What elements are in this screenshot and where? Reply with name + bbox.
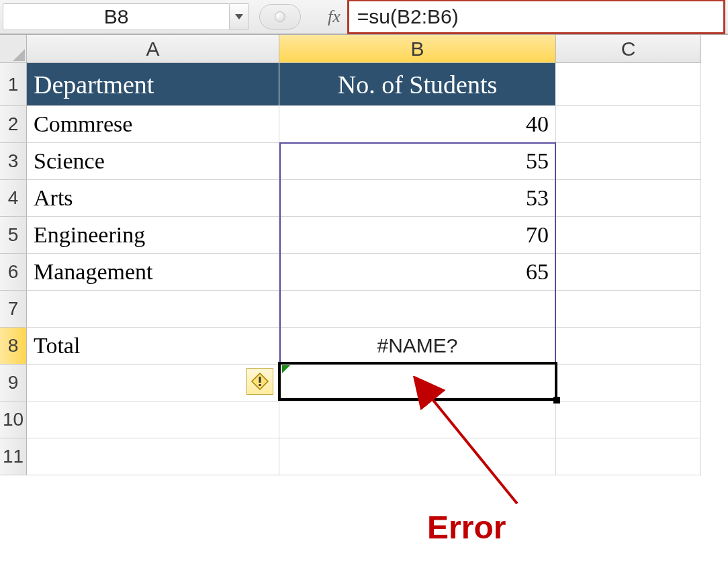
column-header-row: A B C [0, 35, 728, 63]
column-header-b[interactable]: B [279, 35, 556, 63]
cell-a2[interactable]: Commrese [27, 106, 279, 143]
cell-a9[interactable] [27, 365, 279, 401]
row-header-4[interactable]: 4 [0, 180, 27, 217]
cell-b10[interactable] [279, 401, 556, 438]
row-header-6[interactable]: 6 [0, 254, 27, 291]
cell-c3[interactable] [556, 143, 701, 180]
cell-c5[interactable] [556, 217, 701, 254]
insert-function-dot-icon [275, 11, 285, 22]
cell-a4[interactable]: Arts [27, 180, 279, 217]
cell-b1[interactable]: No. of Students [279, 63, 556, 106]
cell-b2[interactable]: 40 [279, 106, 556, 143]
cancel-enter-area [259, 4, 301, 30]
cell-b7[interactable] [279, 291, 556, 328]
table-row: 1 Department No. of Students [0, 63, 728, 106]
name-box[interactable]: B8 [3, 3, 230, 30]
column-header-c[interactable]: C [556, 35, 701, 63]
table-row: 2 Commrese 40 [0, 106, 728, 143]
cell-a1[interactable]: Department [27, 63, 279, 106]
cell-b5[interactable]: 70 [279, 217, 556, 254]
svg-rect-3 [259, 377, 261, 383]
cell-c11[interactable] [556, 438, 701, 475]
name-box-value: B8 [104, 5, 129, 28]
row-header-5[interactable]: 5 [0, 217, 27, 254]
cell-c7[interactable] [556, 291, 701, 328]
row-header-10[interactable]: 10 [0, 401, 27, 438]
annotation-label: Error [427, 509, 506, 546]
svg-marker-1 [13, 49, 25, 61]
table-row: 8 Total #NAME? [0, 328, 728, 365]
warning-icon [251, 373, 269, 390]
svg-rect-4 [259, 384, 261, 386]
name-box-dropdown[interactable] [230, 3, 248, 30]
cell-b3[interactable]: 55 [279, 143, 556, 180]
row-header-3[interactable]: 3 [0, 143, 27, 180]
fx-icon[interactable]: fx [328, 7, 340, 27]
error-triangle-icon [282, 365, 290, 373]
cell-b4[interactable]: 53 [279, 180, 556, 217]
row-header-1[interactable]: 1 [0, 63, 27, 106]
cell-c6[interactable] [556, 254, 701, 291]
cell-a10[interactable] [27, 401, 279, 438]
cell-b8[interactable]: #NAME? [279, 328, 556, 365]
cell-a7[interactable] [27, 291, 279, 328]
cell-a3[interactable]: Science [27, 143, 279, 180]
select-all-corner[interactable] [0, 35, 27, 63]
cell-b8-value: #NAME? [377, 334, 457, 357]
row-header-8[interactable]: 8 [0, 328, 27, 365]
column-header-a[interactable]: A [27, 35, 279, 63]
table-row: 6 Management 65 [0, 254, 728, 291]
cell-a11[interactable] [27, 438, 279, 475]
row-header-11[interactable]: 11 [0, 438, 27, 475]
formula-bar: B8 fx =su(B2:B6) [0, 0, 728, 35]
cell-c10[interactable] [556, 401, 701, 438]
cell-a6[interactable]: Management [27, 254, 279, 291]
cell-b9[interactable] [279, 365, 556, 401]
table-row: 4 Arts 53 [0, 180, 728, 217]
formula-input-highlight: =su(B2:B6) [347, 0, 725, 34]
table-row: 9 [0, 365, 728, 401]
cell-c2[interactable] [556, 106, 701, 143]
chevron-down-icon [234, 13, 244, 20]
table-row: 10 [0, 401, 728, 438]
spreadsheet-grid[interactable]: A B C 1 Department No. of Students 2 Com… [0, 35, 728, 475]
cell-b6[interactable]: 65 [279, 254, 556, 291]
formula-input[interactable]: =su(B2:B6) [357, 5, 459, 28]
cell-c8[interactable] [556, 328, 701, 365]
row-header-7[interactable]: 7 [0, 291, 27, 328]
cell-a8[interactable]: Total [27, 328, 279, 365]
svg-marker-0 [235, 14, 243, 19]
row-header-2[interactable]: 2 [0, 106, 27, 143]
fill-handle[interactable] [553, 397, 560, 403]
table-row: 3 Science 55 [0, 143, 728, 180]
table-row: 5 Engineering 70 [0, 217, 728, 254]
cell-b11[interactable] [279, 438, 556, 475]
cell-c4[interactable] [556, 180, 701, 217]
table-row: 11 [0, 438, 728, 475]
cell-c9[interactable] [556, 365, 701, 401]
error-smart-tag[interactable] [246, 368, 273, 395]
cell-a5[interactable]: Engineering [27, 217, 279, 254]
cell-c1[interactable] [556, 63, 701, 106]
table-row: 7 [0, 291, 728, 328]
row-header-9[interactable]: 9 [0, 365, 27, 401]
